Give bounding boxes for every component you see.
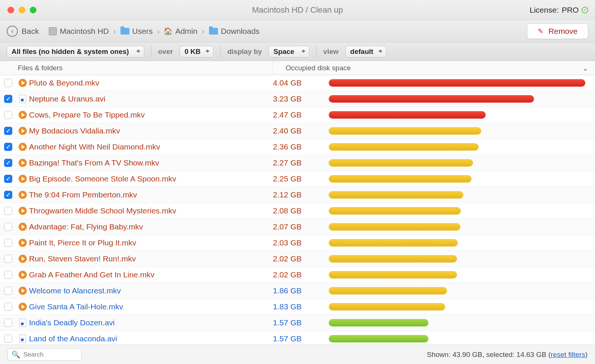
separator (316, 46, 316, 57)
file-size: 2.27 GB (273, 158, 329, 167)
document-icon (19, 335, 26, 343)
toolbar: ‹ Back Macintosh HD›Users›🏠Admin›Downloa… (0, 20, 595, 42)
file-list: Pluto & Beyond.mkv4.04 GB✓Neptune & Uran… (0, 75, 595, 345)
row-checkbox[interactable] (4, 239, 12, 247)
size-bar (329, 223, 460, 231)
search-input[interactable]: 🔍 (7, 348, 82, 361)
row-checkbox[interactable] (4, 111, 12, 119)
display-by-select[interactable]: Space (268, 46, 309, 58)
file-row[interactable]: ✓Big Episode. Someone Stole A Spoon.mkv2… (0, 171, 595, 187)
row-checkbox[interactable] (4, 271, 12, 279)
size-bar (329, 255, 457, 262)
size-bar (329, 303, 445, 310)
size-bar (329, 271, 457, 278)
video-play-icon (19, 207, 27, 215)
view-label: view (323, 48, 338, 56)
file-name: India's Deadly Dozen.avi (29, 318, 273, 327)
size-bar (329, 207, 461, 215)
breadcrumb-segment[interactable]: Downloads (209, 27, 260, 36)
file-row[interactable]: Paint It, Pierce It or Plug It.mkv2.03 G… (0, 235, 595, 251)
file-size: 2.02 GB (273, 254, 329, 263)
over-value-select[interactable]: 0 KB (180, 46, 213, 58)
table-header: Files & folders Occupied disk space ⌄ (0, 61, 595, 75)
reset-filters-link[interactable]: reset filters (551, 351, 585, 358)
file-row[interactable]: Give Santa A Tail-Hole.mkv1.83 GB (0, 299, 595, 315)
check-icon: ✓ (582, 7, 588, 13)
col-files-header[interactable]: Files & folders (16, 61, 273, 75)
file-row[interactable]: Welcome to Alancrest.mkv1.86 GB (0, 283, 595, 299)
breadcrumb-label: Admin (175, 27, 197, 36)
file-row[interactable]: Run, Steven Staven! Run!.mkv2.02 GB (0, 251, 595, 267)
file-size: 1.86 GB (273, 286, 329, 295)
file-size: 3.23 GB (273, 94, 329, 103)
row-checkbox[interactable] (4, 223, 12, 231)
file-row[interactable]: ✓The 9:04 From Pemberton.mkv2.12 GB (0, 187, 595, 203)
file-row[interactable]: Pluto & Beyond.mkv4.04 GB (0, 75, 595, 91)
search-field[interactable] (23, 351, 78, 358)
size-bar (329, 111, 486, 119)
row-checkbox[interactable]: ✓ (4, 95, 12, 103)
file-row[interactable]: ✓Another Night With Neil Diamond.mkv2.36… (0, 139, 595, 155)
minimize-window-button[interactable] (19, 7, 25, 13)
file-name: Welcome to Alancrest.mkv (29, 286, 273, 295)
zoom-window-button[interactable] (30, 7, 36, 13)
back-button[interactable]: ‹ Back (7, 26, 39, 37)
display-by-label: display by (227, 48, 262, 56)
file-name: Paint It, Pierce It or Plug It.mkv (29, 238, 273, 247)
filter-scope-select[interactable]: All files (no hidden & system ones) (7, 46, 144, 58)
file-row[interactable]: Grab A Feather And Get In Line.mkv2.02 G… (0, 267, 595, 283)
file-size: 2.03 GB (273, 238, 329, 247)
file-row[interactable]: ✓Bazinga! That's From A TV Show.mkv2.27 … (0, 155, 595, 171)
row-checkbox[interactable] (4, 287, 12, 295)
row-checkbox[interactable] (4, 335, 12, 343)
file-size: 2.36 GB (273, 142, 329, 151)
size-bar (329, 143, 479, 151)
row-checkbox[interactable] (4, 303, 12, 311)
file-name: Another Night With Neil Diamond.mkv (29, 142, 273, 151)
row-checkbox[interactable]: ✓ (4, 175, 12, 183)
remove-label: Remove (549, 27, 578, 36)
chevron-right-icon: › (113, 27, 116, 36)
status-text: Shown: 43.90 GB, selected: 14.63 GB (res… (427, 351, 588, 359)
file-name: Cows, Prepare To Be Tipped.mkv (29, 110, 273, 119)
file-row[interactable]: ✓Neptune & Uranus.avi3.23 GB (0, 91, 595, 107)
row-checkbox[interactable]: ✓ (4, 143, 12, 151)
remove-button[interactable]: ✎ Remove (527, 23, 588, 39)
breadcrumb-label: Users (132, 27, 153, 36)
file-row[interactable]: Throgwarten Middle School Mysteries.mkv2… (0, 203, 595, 219)
row-checkbox[interactable] (4, 319, 12, 327)
row-checkbox[interactable]: ✓ (4, 191, 12, 199)
file-row[interactable]: India's Deadly Dozen.avi1.57 GB (0, 315, 595, 331)
breadcrumb-segment[interactable]: Users (120, 27, 153, 36)
file-size: 2.47 GB (273, 110, 329, 119)
close-window-button[interactable] (7, 7, 14, 13)
file-row[interactable]: Land of the Anaconda.avi1.57 GB (0, 331, 595, 345)
search-icon: 🔍 (12, 350, 20, 359)
file-size: 2.25 GB (273, 174, 329, 183)
file-row[interactable]: Advantage: Fat, Flying Baby.mkv2.07 GB (0, 219, 595, 235)
row-checkbox[interactable] (4, 255, 12, 263)
size-bar (329, 335, 428, 342)
traffic-lights (7, 7, 36, 13)
file-row[interactable]: ✓My Bodacious Vidalia.mkv2.40 GB (0, 123, 595, 139)
file-name: Advantage: Fat, Flying Baby.mkv (29, 222, 273, 231)
file-name: Neptune & Uranus.avi (29, 94, 273, 103)
col-space-header[interactable]: Occupied disk space ⌄ (273, 64, 595, 72)
filter-bar: All files (no hidden & system ones) over… (0, 42, 595, 61)
row-checkbox[interactable] (4, 79, 12, 87)
window-title: Macintosh HD / Clean up (0, 5, 595, 15)
breadcrumb-segment[interactable]: Macintosh HD (49, 27, 109, 36)
license-status[interactable]: License: PRO ✓ (530, 6, 588, 15)
chevron-right-icon: › (202, 27, 205, 36)
breadcrumb-segment[interactable]: 🏠Admin (164, 27, 197, 36)
file-row[interactable]: Cows, Prepare To Be Tipped.mkv2.47 GB (0, 107, 595, 123)
video-play-icon (19, 239, 27, 247)
row-checkbox[interactable]: ✓ (4, 127, 12, 135)
video-play-icon (19, 191, 27, 199)
video-play-icon (19, 127, 27, 135)
view-select[interactable]: default (345, 46, 386, 58)
over-label: over (158, 48, 173, 56)
row-checkbox[interactable] (4, 207, 12, 215)
file-name: The 9:04 From Pemberton.mkv (29, 190, 273, 199)
row-checkbox[interactable]: ✓ (4, 159, 12, 167)
